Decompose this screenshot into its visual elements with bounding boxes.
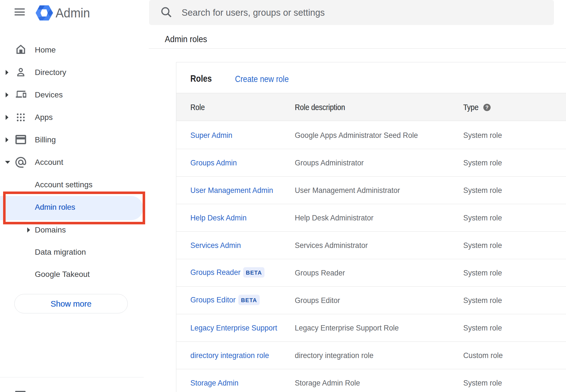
svg-text:?: ? (485, 105, 489, 110)
